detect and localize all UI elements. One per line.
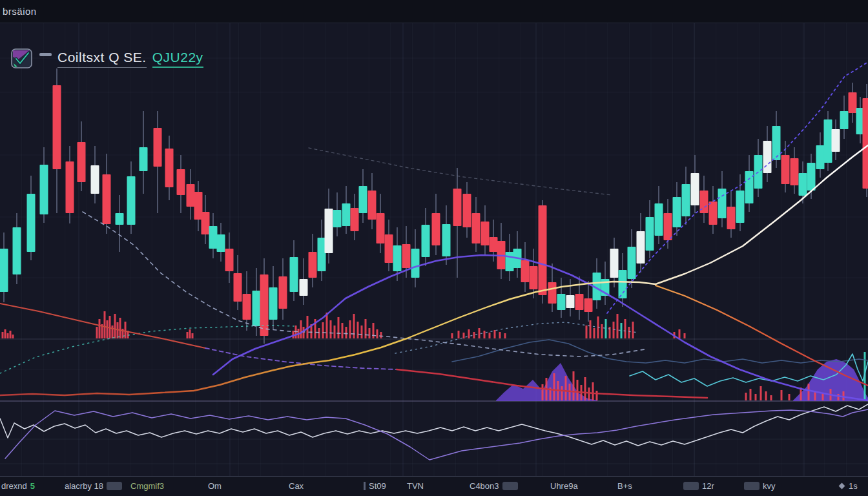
x-axis-label[interactable]: C4bon3	[470, 481, 518, 491]
orange-fall	[656, 285, 868, 386]
marker-diamond-icon	[839, 483, 845, 490]
candlestick-chart[interactable]	[0, 0, 868, 496]
x-axis-label[interactable]: B+s	[617, 481, 632, 491]
brand-title: brsäion	[0, 6, 37, 17]
ma-dash-teal-left	[0, 326, 294, 373]
x-axis-label[interactable]: kvy	[744, 481, 776, 491]
chart-legend: Coiltsxt Q SE. QJU22y	[10, 48, 203, 70]
ma-dash-light	[83, 212, 645, 356]
x-axis-label[interactable]: 1s	[840, 481, 858, 491]
x-axis-label[interactable]: Om	[208, 481, 222, 491]
x-axis-label[interactable]: Cmgmif3	[130, 481, 164, 491]
x-axis-bar[interactable]: drexnd5alacrby 18Cmgmif3OmCaxSt09TVNC4bo…	[0, 476, 868, 496]
faded-badge	[502, 482, 518, 490]
x-axis-label[interactable]: alacrby 18	[65, 481, 122, 491]
indicator-area-layer	[496, 359, 868, 401]
x-axis-label[interactable]: Cax	[289, 481, 304, 491]
logo-badge-icon	[10, 48, 34, 70]
top-title-bar: brsäion	[0, 0, 868, 23]
left-red-line	[0, 304, 205, 348]
faded-badge	[683, 482, 699, 490]
oscillator-purple	[5, 409, 868, 460]
x-axis-label[interactable]: drexnd5	[1, 481, 35, 491]
x-axis-label[interactable]: 12r	[683, 481, 714, 491]
legend-ticker-link[interactable]: QJU22y	[152, 50, 203, 68]
x-axis-label[interactable]: Uhre9a	[550, 481, 578, 491]
faded-badge	[107, 482, 122, 490]
x-axis-label[interactable]: TVN	[407, 481, 424, 491]
legend-dash-icon	[39, 53, 52, 56]
faded-badge	[744, 482, 760, 490]
legend-symbol-title: Coiltsxt Q SE.	[57, 50, 147, 68]
tick-bar-icon	[364, 482, 366, 490]
x-axis-label[interactable]: St09	[364, 481, 386, 491]
trading-app-window: brsäion Coiltsxt Q SE. QJU22y drexnd5ala…	[0, 0, 868, 496]
